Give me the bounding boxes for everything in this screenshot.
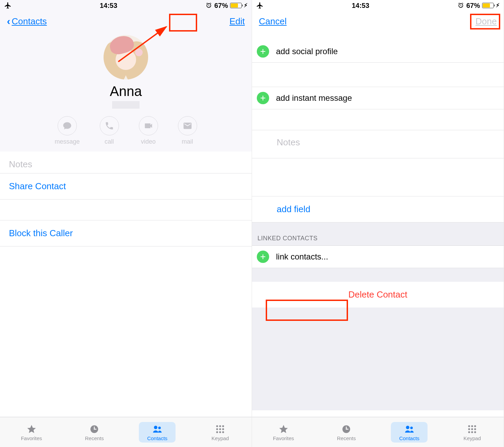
- tab-label: Recents: [85, 435, 104, 441]
- svg-point-14: [222, 431, 224, 433]
- call-action[interactable]: call: [100, 116, 119, 145]
- status-time: 14:53: [352, 2, 369, 10]
- edit-button[interactable]: Edit: [229, 16, 245, 27]
- video-icon: [139, 116, 158, 135]
- linked-contacts-header: LINKED CONTACTS: [252, 222, 504, 246]
- tab-favorites[interactable]: Favorites: [252, 417, 315, 447]
- tab-recents[interactable]: Recents: [315, 417, 378, 447]
- add-social-label: add social profile: [276, 47, 338, 56]
- svg-point-25: [474, 428, 476, 430]
- tab-contacts[interactable]: Contacts: [378, 417, 441, 447]
- svg-point-26: [468, 431, 470, 433]
- back-label: Contacts: [12, 16, 47, 27]
- add-social-profile-button[interactable]: + add social profile: [252, 40, 504, 63]
- notes-field[interactable]: Notes: [0, 152, 252, 173]
- back-button[interactable]: ‹ Contacts: [7, 15, 47, 27]
- svg-point-20: [468, 425, 470, 427]
- nav-bar: ‹ Contacts Edit: [0, 11, 252, 32]
- tab-favorites[interactable]: Favorites: [0, 417, 63, 447]
- svg-point-10: [219, 428, 221, 430]
- svg-point-5: [158, 426, 161, 429]
- tab-label: Favorites: [21, 435, 42, 441]
- svg-point-6: [216, 425, 218, 427]
- battery-percent: 67%: [466, 2, 480, 10]
- chevron-left-icon: ‹: [7, 15, 10, 27]
- status-bar: 14:53 67% ⚡︎: [0, 0, 252, 11]
- link-contacts-label: link contacts...: [276, 252, 328, 262]
- share-contact-button[interactable]: Share Contact: [0, 173, 252, 200]
- svg-point-4: [154, 426, 157, 429]
- phone-icon: [100, 116, 119, 135]
- svg-rect-17: [346, 428, 349, 430]
- status-bar: 14:53 67% ⚡︎: [252, 0, 504, 11]
- battery-icon: [230, 3, 242, 8]
- tab-keypad[interactable]: Keypad: [441, 417, 504, 447]
- contact-edit-screen: 14:53 67% ⚡︎ Cancel Done + add social pr…: [252, 0, 504, 447]
- airplane-mode-icon: [256, 2, 264, 9]
- cancel-button[interactable]: Cancel: [259, 16, 287, 27]
- mail-icon: [178, 116, 197, 135]
- plus-icon: +: [257, 92, 269, 104]
- svg-point-13: [219, 431, 221, 433]
- notes-field[interactable]: Notes: [252, 130, 504, 158]
- section-gap: [252, 307, 504, 410]
- link-contacts-button[interactable]: + link contacts...: [252, 246, 504, 268]
- mail-label: mail: [182, 138, 193, 145]
- svg-point-27: [471, 431, 473, 433]
- alarm-icon: [457, 2, 464, 9]
- message-icon: [58, 116, 77, 135]
- mail-action[interactable]: mail: [178, 116, 197, 145]
- tab-contacts[interactable]: Contacts: [126, 417, 189, 447]
- contact-view-screen: 14:53 67% ⚡︎ ‹ Contacts Edit Anna: [0, 0, 252, 447]
- svg-point-23: [468, 428, 470, 430]
- alarm-icon: [205, 2, 212, 9]
- call-label: call: [105, 138, 114, 145]
- charging-icon: ⚡︎: [244, 3, 248, 8]
- svg-point-8: [222, 425, 224, 427]
- battery-percent: 67%: [214, 2, 228, 10]
- message-label: message: [55, 138, 80, 145]
- svg-point-11: [222, 428, 224, 430]
- avatar[interactable]: [104, 35, 148, 80]
- status-time: 14:53: [100, 2, 117, 10]
- video-label: video: [141, 138, 156, 145]
- svg-point-7: [219, 425, 221, 427]
- svg-point-18: [406, 426, 409, 429]
- tab-recents[interactable]: Recents: [63, 417, 126, 447]
- tab-label: Favorites: [273, 435, 294, 441]
- tab-label: Recents: [337, 435, 356, 441]
- svg-point-21: [471, 425, 473, 427]
- airplane-mode-icon: [4, 2, 12, 9]
- plus-icon: +: [257, 251, 269, 263]
- block-caller-button[interactable]: Block this Caller: [0, 220, 252, 246]
- tab-label: Contacts: [399, 435, 419, 441]
- add-instant-message-button[interactable]: + add instant message: [252, 87, 504, 109]
- tab-bar: Favorites Recents Contacts Keypad: [252, 417, 504, 447]
- tab-label: Keypad: [212, 435, 229, 441]
- plus-icon: +: [257, 45, 269, 58]
- contact-header: Anna message call video: [0, 32, 252, 152]
- svg-point-28: [474, 431, 476, 433]
- svg-point-12: [216, 431, 218, 433]
- tab-bar: Favorites Recents Contacts Keypad: [0, 417, 252, 447]
- tab-keypad[interactable]: Keypad: [189, 417, 252, 447]
- battery-icon: [482, 3, 494, 8]
- tab-label: Keypad: [464, 435, 481, 441]
- done-button[interactable]: Done: [476, 16, 497, 27]
- add-im-label: add instant message: [276, 93, 352, 103]
- svg-point-19: [410, 426, 413, 429]
- svg-point-24: [471, 428, 473, 430]
- video-action[interactable]: video: [139, 116, 158, 145]
- add-field-button[interactable]: add field: [252, 196, 504, 222]
- delete-contact-button[interactable]: Delete Contact: [252, 282, 504, 307]
- subtitle-placeholder: [112, 101, 140, 109]
- nav-bar: Cancel Done: [252, 11, 504, 32]
- svg-rect-3: [94, 428, 97, 430]
- svg-point-22: [474, 425, 476, 427]
- charging-icon: ⚡︎: [496, 3, 500, 8]
- section-gap: [252, 268, 504, 282]
- message-action[interactable]: message: [55, 116, 80, 145]
- svg-point-9: [216, 428, 218, 430]
- contact-name: Anna: [0, 84, 252, 99]
- tab-label: Contacts: [147, 435, 167, 441]
